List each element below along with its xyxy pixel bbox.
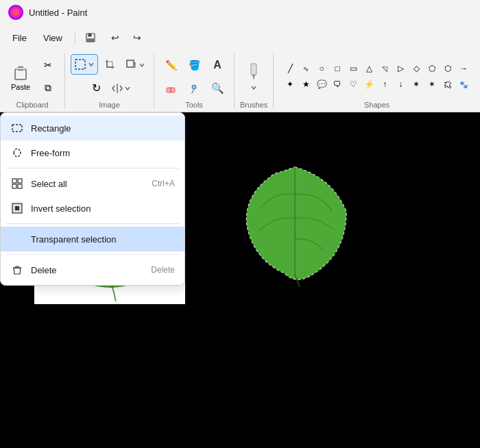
shape-rectangle[interactable]: □ [330,61,345,76]
dropdown-rectangle[interactable]: Rectangle [1,116,184,140]
shape-right-triangle[interactable]: ◹ [377,61,392,76]
menu-bar: File View ↩ ↪ [0,25,480,51]
dropdown-freeform[interactable]: Free-form [1,140,184,165]
resize-button[interactable] [123,54,148,76]
shape-down-arrow[interactable]: ↓ [393,77,408,92]
svg-rect-1 [88,34,91,37]
shape-diagonal-line[interactable]: ╱ [283,61,298,76]
paste-button[interactable]: Paste [5,56,36,97]
svg-rect-15 [12,179,16,183]
menu-view[interactable]: View [36,30,69,46]
fill-button[interactable]: 🪣 [183,54,205,76]
brushes-button[interactable] [240,60,267,94]
svg-rect-9 [170,88,171,92]
shape-lightning[interactable]: ⚡ [361,77,376,92]
shape-footprint[interactable]: 🐾 [456,77,471,92]
shape-star6[interactable]: ✶ [409,77,424,92]
text-button[interactable]: A [206,54,228,76]
shape-rounded-rect[interactable]: ▭ [346,61,361,76]
dropdown-transparent[interactable]: Transparent selection [1,227,184,251]
tools-label: Tools [185,99,203,109]
shape-oval[interactable]: ○ [314,61,329,76]
clipboard-label: Clipboard [16,99,48,109]
shape-sparkle[interactable]: ✴ [424,77,440,92]
shape-triangle-outline[interactable]: △ [361,61,376,76]
svg-rect-18 [18,184,22,188]
shape-wave-line[interactable]: ∿ [298,61,313,76]
shape-hexagon[interactable]: ⬡ [440,61,455,76]
image-label: Image [99,99,120,109]
svg-rect-14 [12,125,22,132]
dropdown-invert[interactable]: Invert selection [1,196,184,221]
shape-callout-rect[interactable]: 💬 [314,77,329,92]
dropdown-delete-shortcut: Delete [151,265,175,275]
svg-rect-16 [18,179,22,183]
svg-point-10 [192,85,196,89]
redo-button[interactable]: ↪ [128,28,147,47]
dropdown-delete-label: Delete [31,265,144,275]
zoom-button[interactable]: 🔍 [206,77,228,99]
canvas-area: Rectangle Free-form [0,112,480,448]
brushes-label: Brushes [240,99,267,109]
shape-right-arrow[interactable]: ▷ [393,61,408,76]
dropdown-select-all[interactable]: Select all Ctrl+A [1,171,184,196]
select-tool-button[interactable] [71,54,98,75]
shape-callout3[interactable]: 🗯 [440,77,455,92]
shape-callout-oval[interactable]: 🗨 [330,77,345,92]
dropdown-transparent-label: Transparent selection [31,234,175,245]
shapes-label: Shapes [364,99,389,109]
undo-button[interactable]: ↩ [106,28,125,47]
rotate-button[interactable]: ↻ [85,77,107,99]
eraser-button[interactable] [160,77,182,99]
selection-dropdown: Rectangle Free-form [0,112,185,286]
ribbon: Paste ✂ ⧉ Clipboard [0,51,480,112]
dropdown-freeform-label: Free-form [31,148,175,158]
window-title: Untitled - Paint [29,8,87,18]
delete-icon [10,263,24,277]
svg-rect-11 [251,64,256,75]
shape-pentagon[interactable]: ⬠ [424,61,440,76]
menu-divider [75,31,75,45]
copy-button[interactable]: ⧉ [37,77,59,99]
select-all-icon [10,177,24,190]
pencil-button[interactable]: ✏️ [160,54,182,76]
shape-4star[interactable]: ✦ [283,77,298,92]
shape-5star[interactable]: ★ [298,77,313,92]
shapes-group: ╱ ∿ ○ □ ▭ △ ◹ ▷ ◇ ⬠ ⬡ → ✦ ★ 💬 🗨 ♡ ⚡ ↑ [274,53,480,109]
shape-diamond[interactable]: ◇ [409,61,424,76]
clipboard-group: Paste ✂ ⧉ Clipboard [0,53,65,109]
svg-rect-20 [15,206,19,210]
dropdown-select-all-shortcut: Ctrl+A [152,179,175,188]
tools-group: ✏️ 🪣 A 🔍 Tools [154,53,235,109]
svg-rect-5 [16,68,25,69]
paint-canvas[interactable]: Rectangle Free-form [0,112,480,448]
dropdown-select-all-label: Select all [31,179,145,189]
title-bar: Untitled - Paint [0,0,480,25]
dropdown-rectangle-label: Rectangle [31,123,175,134]
separator-2 [6,223,179,224]
crop-button[interactable] [99,54,121,76]
svg-rect-17 [12,184,16,188]
canvas-transparent-leaf [226,157,363,287]
invert-selection-icon [10,201,24,215]
color-picker-button[interactable] [183,77,205,99]
dropdown-delete[interactable]: Delete Delete [1,258,184,282]
undo-redo-group: ↩ ↪ [106,28,147,47]
svg-rect-2 [87,38,94,42]
separator-3 [6,254,179,255]
shapes-grid: ╱ ∿ ○ □ ▭ △ ◹ ▷ ◇ ⬠ ⬡ → ✦ ★ 💬 🗨 ♡ ⚡ ↑ [283,61,471,92]
brushes-group: Brushes [235,53,274,109]
dropdown-invert-label: Invert selection [31,203,175,214]
freeform-select-icon [10,146,24,160]
cut-button[interactable]: ✂ [37,54,59,76]
save-button[interactable] [81,28,100,47]
rectangle-select-icon [10,121,24,135]
shape-up-arrow[interactable]: ↑ [377,77,392,92]
svg-rect-6 [75,60,85,69]
flip-button[interactable] [108,77,134,99]
menu-file[interactable]: File [5,30,34,46]
shape-right-arrow2[interactable]: → [456,61,471,76]
shape-heart[interactable]: ♡ [346,77,361,92]
svg-rect-7 [127,60,134,67]
separator-1 [6,168,179,169]
